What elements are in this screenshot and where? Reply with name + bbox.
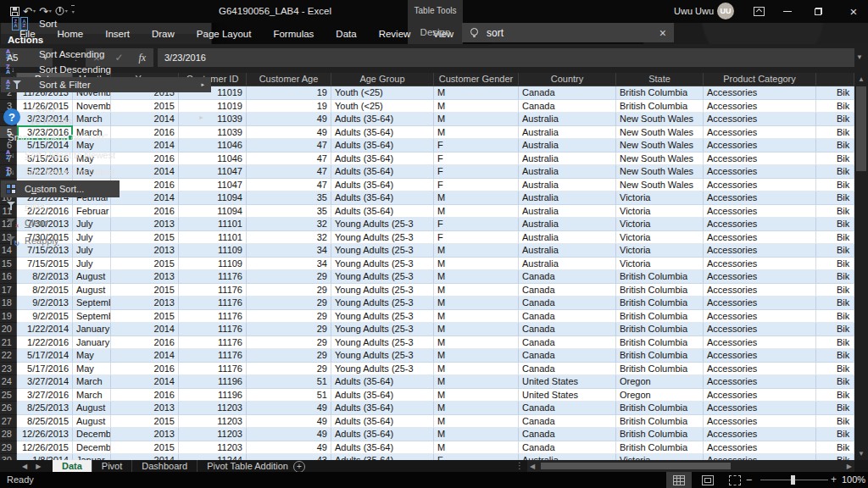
menu-item-sort-ascending[interactable]: AZ↓Sort Ascending — [1, 47, 211, 62]
cell[interactable]: Accessories — [704, 270, 816, 284]
cell[interactable]: New South Wales — [616, 152, 704, 166]
cell[interactable]: Accessories — [704, 113, 816, 126]
cell[interactable]: British Columbia — [616, 336, 704, 350]
row-header[interactable]: 22 — [0, 349, 17, 363]
cell[interactable]: 29 — [247, 297, 331, 310]
cell[interactable]: July — [73, 258, 111, 271]
cell[interactable]: Accessories — [704, 86, 816, 100]
cell[interactable]: Australia — [519, 165, 616, 179]
search-close-icon[interactable]: × — [659, 26, 666, 40]
restore-button[interactable] — [805, 0, 831, 23]
cell[interactable]: Adults (35-64) — [331, 402, 434, 415]
cell[interactable]: M — [434, 284, 519, 297]
cell[interactable]: British Columbia — [616, 284, 704, 297]
cell[interactable]: Victoria — [616, 454, 704, 460]
cell[interactable]: Bik — [816, 100, 854, 114]
cell[interactable]: Young Adults (25-3 — [331, 310, 434, 324]
cell[interactable]: British Columbia — [616, 363, 704, 376]
cell[interactable]: M — [434, 415, 519, 429]
cell[interactable]: Accessories — [704, 415, 816, 429]
cell[interactable]: Accessories — [704, 441, 816, 455]
cell[interactable]: M — [434, 375, 519, 389]
cell[interactable]: Accessories — [704, 205, 816, 219]
zoom-level[interactable]: 100% — [842, 474, 865, 485]
cell[interactable]: Accessories — [704, 428, 816, 441]
cell[interactable]: Accessories — [704, 165, 816, 179]
cell[interactable]: F — [434, 454, 519, 460]
cell[interactable]: Adults (35-64) — [331, 152, 434, 166]
cell[interactable]: January — [73, 323, 111, 336]
cell[interactable]: British Columbia — [616, 297, 704, 310]
cell[interactable]: 2014 — [111, 349, 179, 363]
cell[interactable]: Australia — [519, 205, 616, 219]
tab-design[interactable]: Design — [408, 27, 463, 37]
cell[interactable]: 2014 — [111, 165, 179, 179]
row-header[interactable]: 18 — [0, 297, 17, 310]
menu-item-sort-oldest-to-newest[interactable]: AZ↓Sort Oldest to Newest — [1, 147, 120, 164]
cell[interactable]: Adults (35-64) — [331, 415, 434, 429]
cell[interactable]: Accessories — [704, 244, 816, 258]
cell[interactable]: British Columbia — [616, 100, 704, 114]
cell[interactable]: Australia — [519, 454, 616, 460]
cell[interactable]: 8/25/2013 — [17, 402, 73, 415]
avatar[interactable]: UU — [717, 3, 734, 19]
cell[interactable]: August — [73, 402, 111, 415]
new-sheet-button[interactable]: + — [293, 461, 305, 473]
cell[interactable]: Victoria — [616, 244, 704, 258]
cell[interactable]: Canada — [519, 349, 616, 363]
cell[interactable]: 7/15/2015 — [17, 258, 73, 271]
page-layout-view-button[interactable] — [695, 472, 721, 488]
cell[interactable]: Canada — [519, 284, 616, 297]
cell[interactable]: Bik — [816, 113, 854, 126]
cell[interactable]: March — [73, 389, 111, 402]
cell[interactable]: New South Wales — [616, 126, 704, 140]
cell[interactable]: New South Wales — [616, 139, 704, 152]
cell[interactable]: F — [434, 179, 519, 192]
cell[interactable]: Canada — [519, 441, 616, 455]
cell[interactable]: Young Adults (25-3 — [331, 284, 434, 297]
row-header[interactable]: 17 — [0, 284, 17, 297]
tab-splitter-handle[interactable]: ⋮ — [515, 460, 524, 472]
cell[interactable]: 11176 — [179, 363, 247, 376]
cell[interactable]: Accessories — [704, 258, 816, 271]
row-header[interactable]: 19 — [0, 310, 17, 324]
cell[interactable]: 1/22/2014 — [17, 323, 73, 336]
cell[interactable]: Young Adults (25-3 — [331, 363, 434, 376]
cell[interactable]: 2014 — [111, 191, 179, 205]
cell[interactable]: Australia — [519, 191, 616, 205]
cell[interactable]: Bik — [816, 258, 854, 271]
cell[interactable]: Bik — [816, 454, 854, 460]
cell[interactable]: British Columbia — [616, 86, 704, 100]
cell[interactable]: 2016 — [111, 363, 179, 376]
cell[interactable]: Accessories — [704, 218, 816, 231]
cell[interactable]: 29 — [247, 349, 331, 363]
cell[interactable]: M — [434, 349, 519, 363]
cell[interactable]: 2015 — [111, 258, 179, 271]
cell[interactable]: Bik — [816, 349, 854, 363]
sheet-nav-left-icon[interactable]: ◀ — [22, 463, 27, 470]
cell[interactable]: Adults (35-64) — [331, 165, 434, 179]
cell[interactable]: Adults (35-64) — [331, 126, 434, 140]
row-header[interactable]: 25 — [0, 389, 17, 402]
cell[interactable]: Canada — [519, 86, 616, 100]
cell[interactable]: Young Adults (25-3 — [331, 270, 434, 284]
cell[interactable]: Bik — [816, 323, 854, 336]
row-header[interactable]: 16 — [0, 270, 17, 284]
cell[interactable]: 2014 — [111, 375, 179, 389]
cell[interactable]: M — [434, 258, 519, 271]
cell[interactable]: Canada — [519, 297, 616, 310]
cell[interactable]: F — [434, 139, 519, 152]
cell[interactable]: 11196 — [179, 389, 247, 402]
cell[interactable]: 32 — [247, 231, 331, 245]
row-header[interactable]: 21 — [0, 336, 17, 350]
cell[interactable]: Bik — [816, 218, 854, 231]
cell[interactable]: 43 — [247, 454, 331, 460]
cell[interactable]: 11176 — [179, 323, 247, 336]
cell[interactable]: Australia — [519, 113, 616, 126]
cell[interactable]: Young Adults (25-3 — [331, 258, 434, 271]
cell[interactable]: British Columbia — [616, 415, 704, 429]
cell[interactable]: Australia — [519, 152, 616, 166]
cell[interactable]: 11094 — [179, 205, 247, 219]
zoom-slider-knob[interactable] — [791, 475, 795, 485]
cell[interactable]: Septemb — [73, 297, 111, 310]
